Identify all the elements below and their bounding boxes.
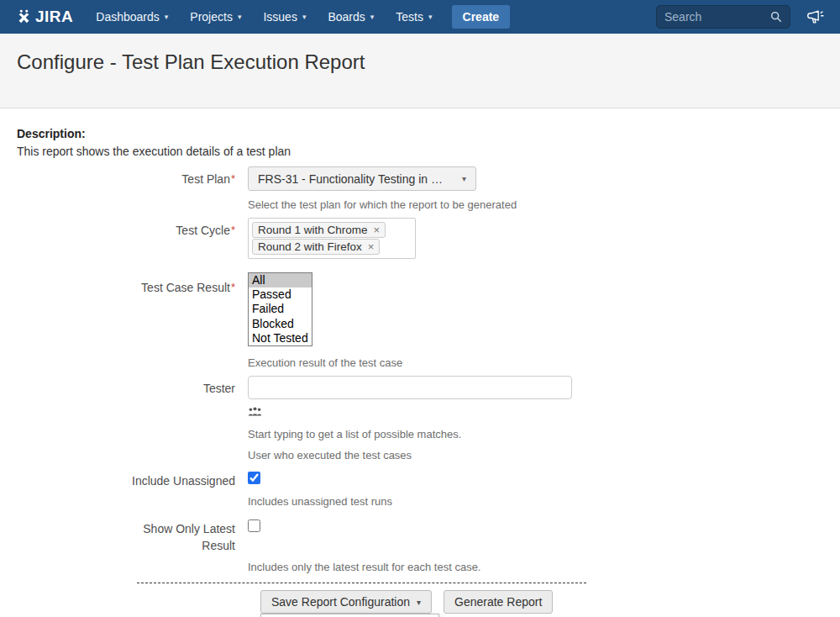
- tester-row: Tester Start typing to get a list of pos…: [17, 376, 823, 461]
- nav-item-label: Dashboards: [96, 10, 160, 24]
- search-box[interactable]: [656, 5, 790, 29]
- result-option[interactable]: Blocked: [249, 317, 312, 331]
- include-unassigned-label: Include Unassigned: [17, 468, 248, 508]
- test-cycle-label: Test Cycle*: [17, 218, 248, 259]
- report-config-form: Test Plan* FRS-31 - Functionality Testin…: [17, 166, 823, 573]
- jira-logo[interactable]: JIRA: [15, 8, 73, 26]
- show-only-latest-help: Includes only the latest result for each…: [248, 561, 823, 573]
- tester-label: Tester: [17, 376, 248, 461]
- section-divider: [137, 583, 586, 583]
- actions-bar: Save Report Configuration ▾ ☑ Save as Ge…: [260, 590, 823, 614]
- test-plan-dropdown[interactable]: FRS-31 - Functionality Testing in … ▾: [248, 166, 476, 191]
- top-navbar: JIRA Dashboards ▾ Projects ▾ Issues ▾ Bo…: [0, 0, 840, 34]
- test-cycle-multiselect[interactable]: Round 1 with Chrome × Round 2 with Firef…: [248, 218, 416, 259]
- nav-menu-item[interactable]: Tests ▾: [385, 0, 443, 34]
- nav-menu-item[interactable]: Boards ▾: [317, 0, 385, 34]
- chevron-down-icon: ▾: [370, 13, 375, 21]
- tag-label: Round 1 with Chrome: [258, 224, 368, 236]
- show-only-latest-checkbox[interactable]: [248, 519, 260, 532]
- test-cycle-row: Test Cycle* Round 1 with Chrome ×: [17, 218, 823, 259]
- test-plan-value: FRS-31 - Functionality Testing in …: [258, 172, 443, 186]
- page-title: Configure - Test Plan Execution Report: [17, 50, 823, 74]
- tester-input[interactable]: [248, 376, 572, 399]
- feedback-megaphone-icon[interactable]: [806, 8, 825, 25]
- description-label: Description:: [17, 127, 823, 140]
- test-plan-row: Test Plan* FRS-31 - Functionality Testin…: [17, 166, 823, 211]
- result-option[interactable]: Failed: [249, 302, 312, 316]
- result-help: Execution result of the test case: [248, 356, 823, 369]
- include-unassigned-checkbox[interactable]: [248, 472, 260, 484]
- description-text: This report shows the execution details …: [17, 145, 823, 158]
- search-input[interactable]: [664, 10, 762, 24]
- nav-menu-item[interactable]: Dashboards ▾: [85, 0, 179, 34]
- page-header: Configure - Test Plan Execution Report: [0, 34, 840, 108]
- test-case-result-row: Test Case Result* All Passed Failed Bloc…: [17, 272, 823, 369]
- nav-item-label: Boards: [328, 10, 365, 24]
- required-asterisk: *: [231, 281, 235, 293]
- chevron-down-icon: ▾: [462, 174, 466, 183]
- required-asterisk: *: [231, 172, 235, 185]
- result-option[interactable]: Not Tested: [249, 331, 312, 345]
- test-case-result-label: Test Case Result*: [17, 272, 248, 369]
- result-option[interactable]: All: [249, 273, 312, 287]
- jira-logo-icon: [15, 8, 33, 26]
- nav-menu: Dashboards ▾ Projects ▾ Issues ▾ Boards …: [85, 0, 443, 34]
- generate-report-button[interactable]: Generate Report: [444, 590, 553, 614]
- save-report-configuration-button[interactable]: Save Report Configuration ▾: [260, 590, 432, 614]
- main-content: Description: This report shows the execu…: [0, 108, 840, 614]
- nav-menu-item[interactable]: Issues ▾: [252, 0, 317, 34]
- nav-item-label: Tests: [396, 10, 423, 24]
- result-listbox[interactable]: All Passed Failed Blocked Not Tested: [248, 272, 312, 346]
- tag-label: Round 2 with Firefox: [258, 240, 362, 253]
- create-button[interactable]: Create: [452, 5, 511, 29]
- search-icon[interactable]: [770, 11, 782, 23]
- test-cycle-tag: Round 1 with Chrome ×: [252, 222, 386, 238]
- chevron-down-icon: ▾: [428, 13, 433, 21]
- tester-help: User who executed the test cases: [248, 449, 823, 461]
- chevron-down-icon: ▾: [417, 598, 421, 607]
- include-unassigned-row: Include Unassigned Includes unassigned t…: [17, 468, 823, 508]
- nav-item-label: Issues: [263, 10, 297, 24]
- show-only-latest-label: Show Only Latest Result: [17, 516, 248, 573]
- test-plan-help: Select the test plan for which the repor…: [248, 198, 823, 211]
- nav-menu-item[interactable]: Projects ▾: [179, 0, 252, 34]
- chevron-down-icon: ▾: [238, 13, 242, 21]
- include-unassigned-help: Includes unassigned test runs: [248, 495, 823, 508]
- chevron-down-icon: ▾: [165, 13, 169, 21]
- users-group-icon: [248, 406, 262, 417]
- show-only-latest-row: Show Only Latest Result Includes only th…: [17, 516, 823, 573]
- result-option[interactable]: Passed: [249, 287, 312, 302]
- remove-tag-icon[interactable]: ×: [374, 224, 381, 235]
- remove-tag-icon[interactable]: ×: [368, 241, 375, 252]
- jira-logo-text: JIRA: [35, 8, 73, 26]
- save-dropdown-menu: ☑ Save as: [260, 614, 439, 617]
- tester-hint: Start typing to get a list of possible m…: [248, 428, 823, 440]
- required-asterisk: *: [231, 224, 235, 236]
- test-cycle-tag: Round 2 with Firefox ×: [252, 239, 380, 255]
- chevron-down-icon: ▾: [302, 13, 307, 21]
- test-plan-label: Test Plan*: [17, 166, 248, 211]
- nav-item-label: Projects: [190, 10, 233, 24]
